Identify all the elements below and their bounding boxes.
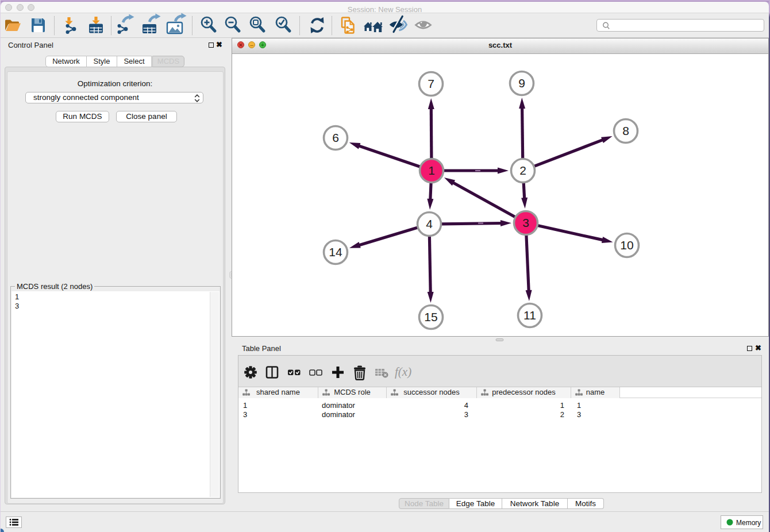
svg-text:8: 8 bbox=[622, 124, 629, 137]
svg-text:4: 4 bbox=[426, 217, 433, 230]
svg-text:2: 2 bbox=[519, 164, 526, 177]
svg-text:10: 10 bbox=[620, 238, 633, 252]
svg-text:9: 9 bbox=[518, 76, 525, 90]
svg-text:7: 7 bbox=[428, 77, 434, 90]
svg-text:6: 6 bbox=[332, 131, 339, 144]
svg-text:3: 3 bbox=[522, 216, 529, 229]
svg-text:1: 1 bbox=[428, 164, 435, 177]
svg-text:11: 11 bbox=[523, 309, 536, 322]
svg-text:15: 15 bbox=[424, 310, 437, 323]
svg-text:14: 14 bbox=[329, 245, 342, 259]
